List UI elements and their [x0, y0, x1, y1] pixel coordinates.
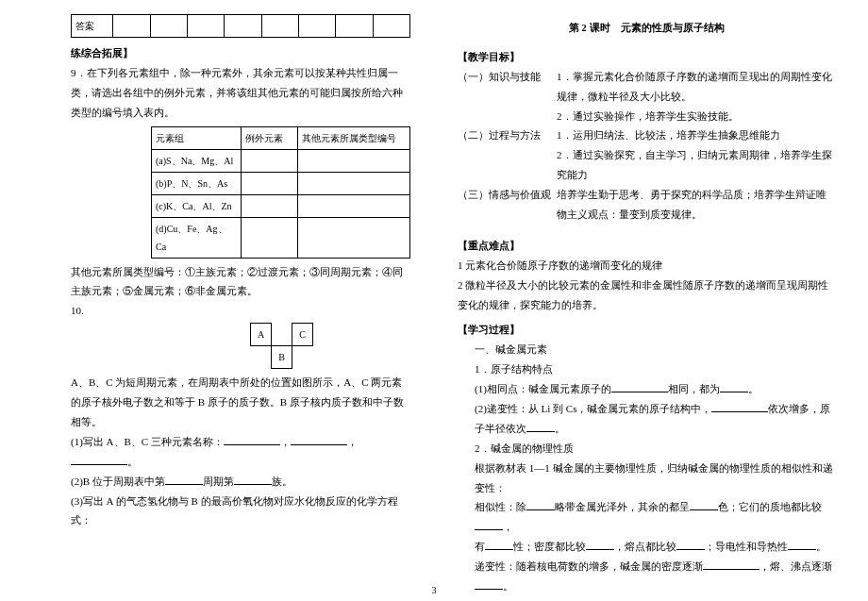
elem-row-b: (b)P、N、Sn、As: [152, 172, 242, 194]
goal1-row: （一）知识与技能 1．掌握元素化合价随原子序数的递增而呈现出的周期性变化规律，微…: [458, 67, 835, 126]
goal2-label: （二）过程与方法: [458, 125, 557, 185]
elem-row-a: (a)S、Na、Mg、Al: [152, 149, 242, 172]
element-table: 元素组 例外元素 其他元素所属类型编号 (a)S、Na、Mg、Al (b)P、N…: [151, 126, 410, 259]
q10-label: 10.: [71, 301, 410, 321]
elem-hdr-1: 例外元素: [241, 126, 297, 149]
p7d: ，: [503, 521, 513, 532]
p6: 根据教材表 1—1 碱金属的主要物理性质，归纳碱金属的物理性质的相似性和递变性：: [458, 459, 835, 498]
p9a: 递变性：随着核电荷数的增多，碱金属的密度逐渐: [475, 560, 703, 572]
p9: 递变性：随着核电荷数的增多，碱金属的密度逐渐，熔、沸点逐渐。: [458, 557, 835, 596]
p8d: ；导电性和导热性: [705, 541, 788, 552]
kp2: 2 微粒半径及大小的比较元素的金属性和非金属性随原子序数的递增而呈现周期性变化的…: [458, 275, 835, 315]
p5: 2．碱金属的物理性质: [458, 439, 835, 459]
p9c: 。: [503, 580, 513, 592]
cell-a: A: [251, 324, 272, 346]
position-table: A C B: [250, 323, 313, 369]
kp1: 1 元素化合价随原子序数的递增而变化的规律: [458, 256, 835, 275]
p1: 一、碱金属元素: [458, 340, 835, 359]
p3: (1)相同点：碱金属元素原子的相同，都为。: [458, 379, 835, 399]
q10-2b: 周期第: [203, 476, 234, 487]
p7a: 相似性：除: [475, 501, 526, 512]
p7c: 色；它们的质地都比较: [718, 501, 822, 512]
elem-hdr-0: 元素组: [152, 126, 242, 149]
p4: (2)递变性：从 Li 到 Cs，碱金属元素的原子结构中，依次增多，原子半径依次…: [458, 399, 835, 439]
q10-1b: ，: [280, 436, 291, 447]
p4a: (2)递变性：从 Li 到 Cs，碱金属元素的原子结构中，: [475, 403, 711, 414]
q10-1: (1)写出 A、B、C 三种元素名称：，，。: [71, 432, 410, 472]
goal3-row: （三）情感与价值观 培养学生勤于思考、勇于探究的科学品质；培养学生辩证唯物主义观…: [458, 185, 835, 225]
q10-intro: A、B、C 为短周期元素，在周期表中所处的位置如图所示，A、C 两元素的原子核外…: [71, 373, 410, 432]
goal1-label: （一）知识与技能: [458, 67, 557, 126]
q10-3: (3)写出 A 的气态氢化物与 B 的最高价氧化物对应水化物反应的化学方程式：: [71, 492, 410, 531]
p3b: 相同，都为: [668, 383, 720, 394]
q10-2: (2)B 位于周期表中第周期第族。: [71, 472, 410, 492]
p8b: 性；密度都比较: [513, 541, 586, 552]
goal2-row: （二）过程与方法 1．运用归纳法、比较法，培养学生抽象思维能力 2．通过实验探究…: [458, 125, 835, 185]
q10-1d: 。: [127, 456, 138, 467]
elem-hdr-2: 其他元素所属类型编号: [297, 126, 410, 149]
goal1-1: 1．掌握元素化合价随原子序数的递增而呈现出的周期性变化规律，微粒半径及大小比较。: [557, 67, 835, 107]
goal2-1: 1．运用归纳法、比较法，培养学生抽象思维能力: [557, 125, 835, 145]
answer-label-cell: 答案: [72, 15, 113, 38]
goal-header: 【教学目标】: [458, 47, 835, 67]
q9-text: 9．在下列各元素组中，除一种元素外，其余元素可以按某种共性归属一类，请选出各组中…: [71, 63, 410, 123]
cell-c: C: [292, 324, 313, 346]
goal3-label: （三）情感与价值观: [458, 185, 557, 225]
p8: 有性；密度都比较，熔点都比较；导电性和导热性。: [458, 537, 835, 557]
q10-2c: 族。: [272, 476, 292, 487]
page-number: 3: [432, 585, 437, 595]
lesson-title: 第 2 课时 元素的性质与原子结构: [458, 18, 835, 38]
p8e: 。: [816, 541, 826, 552]
p8c: ，熔点都比较: [614, 541, 676, 552]
p8a: 有: [475, 541, 485, 552]
elem-row-c: (c)K、Ca、Al、Zn: [152, 194, 242, 217]
goal3-1: 培养学生勤于思考、勇于探究的科学品质；培养学生辩证唯物主义观点：量变到质变规律。: [557, 185, 835, 225]
expand-header: 练综合拓展】: [71, 43, 410, 63]
q10-1c: ，: [347, 436, 358, 447]
p4c: 。: [555, 423, 565, 434]
cell-b: B: [272, 346, 292, 369]
process-header: 【学习过程】: [458, 320, 835, 340]
p3a: (1)相同点：碱金属元素原子的: [475, 383, 611, 394]
p7b: 略带金属光泽外，其余的都呈: [555, 501, 690, 512]
answer-table: 答案: [71, 14, 410, 38]
goal1-2: 2．通过实验操作，培养学生实验技能。: [557, 107, 835, 126]
p2: 1．原子结构特点: [458, 359, 835, 379]
keypoint-header: 【重点难点】: [458, 236, 835, 256]
p3c: 。: [748, 383, 759, 394]
q10-2a: (2)B 位于周期表中第: [71, 476, 165, 487]
p9b: ，熔、沸点逐渐: [760, 560, 832, 572]
p7: 相似性：除略带金属光泽外，其余的都呈色；它们的质地都比较，: [458, 497, 835, 537]
elem-row-d: (d)Cu、Fe、Ag、Ca: [152, 217, 242, 258]
goal2-2: 2．通过实验探究，自主学习，归纳元素周期律，培养学生探究能力: [557, 145, 835, 185]
q10-1a: (1)写出 A、B、C 三种元素名称：: [71, 436, 224, 447]
q9-note: 其他元素所属类型编号：①主族元素；②过渡元素；③同周期元素；④同主族元素；⑤金属…: [71, 262, 410, 302]
